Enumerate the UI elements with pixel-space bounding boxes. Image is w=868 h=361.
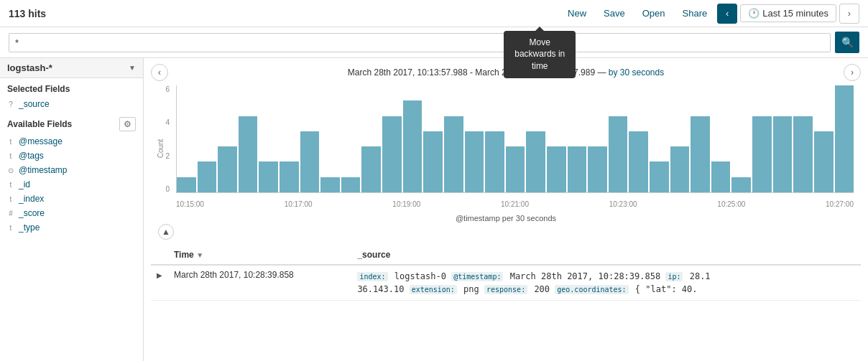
field-type-tags: t: [7, 152, 14, 160]
source-key-geo: geo.coordinates:: [555, 285, 628, 294]
row-time-value: March 28th 2017, 10:28:39.858: [174, 270, 294, 280]
y-label-4: 4: [165, 118, 170, 126]
chart-bar: [177, 177, 196, 192]
chart-bars: [176, 85, 854, 193]
search-icon: 🔍: [841, 37, 854, 48]
y-label-6: 6: [165, 85, 170, 93]
search-input[interactable]: [9, 33, 831, 52]
field-type-index: t: [7, 195, 14, 203]
chart-bar: [423, 131, 443, 192]
field-message[interactable]: t @message: [0, 134, 143, 149]
available-fields-title: Available Fields: [7, 119, 72, 129]
sort-icon: ▼: [196, 251, 203, 259]
expand-col-header: [151, 245, 168, 265]
y-label-0: 0: [165, 185, 170, 193]
field-timestamp[interactable]: ⊙ @timestamp: [0, 163, 143, 177]
chart-bar: [609, 116, 628, 192]
source-key-ip: ip:: [665, 272, 683, 281]
chart-collapse-button[interactable]: ▲: [158, 224, 174, 240]
field-id[interactable]: t _id: [0, 177, 143, 192]
chart-nav-left-button[interactable]: ‹: [151, 64, 168, 81]
app-container: 113 hits New Save Open Share ‹ Move back…: [0, 0, 868, 361]
index-selector[interactable]: logstash-* ▼: [0, 58, 143, 78]
source-val-index: logstash-0: [389, 271, 452, 281]
field-name-id: _id: [19, 179, 30, 189]
source-key-extension: extension:: [410, 285, 457, 294]
x-label-1019: 10:19:00: [392, 200, 420, 208]
chart-bar: [403, 100, 423, 192]
available-fields-header: Available Fields ⚙: [0, 111, 143, 134]
index-name: logstash-*: [7, 62, 52, 73]
chart-bar: [588, 146, 607, 192]
row-expand-button[interactable]: ▶: [157, 271, 162, 279]
source-val-timestamp: March 28th 2017, 10:28:39.858: [504, 271, 665, 281]
sidebar: logstash-* ▼ Selected Fields ? _source A…: [0, 58, 144, 361]
chart-bar: [711, 161, 731, 192]
chart-bar: [444, 116, 463, 192]
field-name-score: _score: [19, 208, 45, 218]
new-button[interactable]: New: [560, 5, 594, 22]
chart-nav-right-button[interactable]: ›: [844, 64, 861, 81]
chart-bar: [361, 146, 381, 192]
table-row: ▶ March 28th 2017, 10:28:39.858 index: l…: [151, 265, 861, 301]
field-type-id: t: [7, 181, 14, 189]
by-seconds-link[interactable]: by 30 seconds: [609, 67, 664, 78]
chart-bar: [465, 131, 484, 192]
field-type-message: t: [7, 138, 14, 146]
chart-bar: [341, 177, 361, 192]
time-range-selector[interactable]: 🕐 Last 15 minutes: [740, 4, 836, 22]
chart-bar: [198, 161, 217, 192]
y-axis-title: Count: [157, 139, 165, 158]
source-key-response: response:: [484, 285, 527, 294]
back-arrow-icon: ‹: [726, 8, 729, 19]
x-label-1015: 10:15:00: [176, 200, 204, 208]
search-button[interactable]: 🔍: [835, 32, 859, 53]
field-name-source: _source: [19, 99, 50, 109]
x-label-1021: 10:21:00: [501, 200, 529, 208]
field-source[interactable]: ? _source: [0, 97, 143, 111]
open-button[interactable]: Open: [635, 5, 673, 22]
x-label-1025: 10:25:00: [717, 200, 745, 208]
results-table: Time ▼ _source ▶ March 28th 2: [151, 245, 861, 301]
share-button[interactable]: Share: [675, 5, 715, 22]
dropdown-arrow-icon: ▼: [129, 64, 136, 72]
chart-bar: [218, 146, 237, 192]
clock-small-icon: ⊙: [7, 167, 14, 174]
chart-bar: [814, 131, 834, 192]
top-bar-actions: New Save Open Share ‹ Move backwards in …: [560, 4, 859, 24]
field-index[interactable]: t _index: [0, 192, 143, 206]
field-type-score: #: [7, 210, 14, 217]
chart-bar: [239, 116, 258, 192]
forward-arrow-icon: ›: [848, 8, 851, 19]
chart-bar: [506, 146, 525, 192]
chart-bar: [670, 146, 690, 192]
field-score[interactable]: # _score: [0, 206, 143, 220]
save-button[interactable]: Save: [596, 5, 632, 22]
back-arrow-button[interactable]: ‹: [717, 4, 737, 24]
x-axis-title: @timestamp per 30 seconds: [151, 214, 861, 222]
selected-fields-title: Selected Fields: [0, 78, 143, 97]
forward-arrow-button[interactable]: ›: [839, 4, 859, 24]
chart-bar: [731, 177, 751, 192]
top-bar: 113 hits New Save Open Share ‹ Move back…: [0, 0, 868, 27]
chart-bar: [793, 116, 813, 192]
search-bar: 🔍: [0, 27, 868, 58]
time-column-header[interactable]: Time ▼: [168, 245, 351, 265]
chart-bar: [650, 161, 669, 192]
field-type-row[interactable]: t _type: [0, 220, 143, 235]
x-label-1027: 10:27:00: [826, 200, 854, 208]
chart-bar: [773, 116, 793, 192]
row-expand-cell: ▶: [151, 265, 168, 301]
chart-bar: [752, 116, 772, 192]
field-name-index: _index: [19, 194, 44, 204]
field-name-tags: @tags: [19, 151, 44, 161]
field-type-type: t: [7, 224, 14, 232]
chart-wrapper: 6 4 2 0 Count 10:15:00 10:17:00 10:19:00…: [151, 85, 861, 211]
row-source-cell: index: logstash-0 @timestamp: March 28th…: [351, 265, 861, 301]
field-tags[interactable]: t @tags: [0, 149, 143, 163]
y-label-2: 2: [165, 152, 170, 160]
gear-button[interactable]: ⚙: [119, 117, 136, 131]
chart-bar: [300, 131, 320, 192]
chart-bar: [526, 131, 545, 192]
chart-bar: [835, 85, 854, 192]
